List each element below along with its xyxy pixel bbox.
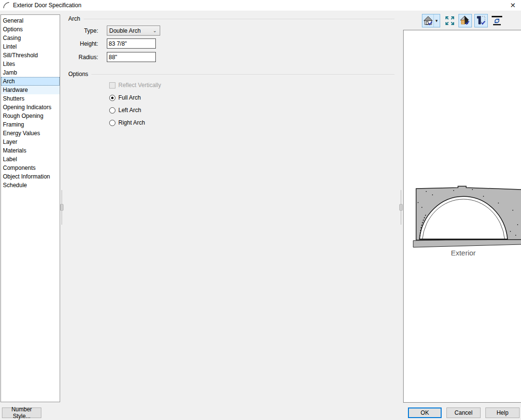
reflect-vertically-label: Reflect Vertically [118, 82, 161, 89]
window-title: Exterior Door Specification [13, 2, 81, 9]
reflect-vertically-checkbox [109, 82, 115, 89]
color-house-icon [460, 15, 470, 26]
auto-update-button[interactable] [491, 15, 503, 26]
type-row: Type: Double Arch ⌄ [63, 25, 160, 36]
sidebar-item-layer[interactable]: Layer [1, 138, 60, 146]
show-casing-button[interactable] [474, 14, 488, 27]
sidebar-item-label[interactable]: Label [1, 155, 60, 164]
color-toggle-button[interactable] [458, 14, 472, 27]
number-style-button[interactable]: Number Style... [2, 407, 41, 418]
cancel-button[interactable]: Cancel [446, 407, 481, 418]
sidebar-item-jamb[interactable]: Jamb [1, 68, 60, 77]
left-arch-label: Left Arch [118, 107, 141, 114]
chevron-down-icon: ⌄ [153, 28, 157, 33]
sidebar-item-framing[interactable]: Framing [1, 120, 60, 129]
arch-group-header: Arch [68, 15, 394, 22]
sidebar-item-options[interactable]: Options [1, 25, 60, 34]
sidebar-item-casing[interactable]: Casing [1, 34, 60, 42]
height-label: Height: [63, 40, 101, 47]
radius-input[interactable] [107, 52, 156, 62]
splitter-grip[interactable] [399, 204, 403, 211]
splitter-grip[interactable] [60, 204, 64, 211]
full-arch-label: Full Arch [118, 94, 141, 101]
close-icon[interactable]: ✕ [505, 0, 521, 10]
dialog-body: General Options Casing Lintel Sill/Thres… [0, 11, 521, 420]
left-arch-radio-row[interactable]: Left Arch [109, 107, 141, 114]
category-list: General Options Casing Lintel Sill/Thres… [0, 14, 60, 402]
right-arch-radio-row[interactable]: Right Arch [109, 119, 145, 126]
app-arch-icon [2, 1, 10, 9]
reflect-vertically-checkbox-row: Reflect Vertically [109, 82, 161, 89]
view-type-dropdown-arrow-icon[interactable]: ▼ [433, 14, 439, 27]
radius-label: Radius: [63, 54, 101, 61]
preview-caption: Exterior [451, 249, 476, 257]
sidebar-splitter[interactable] [62, 190, 62, 225]
group-rule [84, 19, 394, 19]
sidebar-item-arch[interactable]: Arch [1, 77, 60, 86]
sidebar-item-sill-threshold[interactable]: Sill/Threshold [1, 51, 60, 60]
radius-row: Radius: [63, 52, 156, 62]
full-arch-radio[interactable] [109, 95, 115, 101]
options-group-label: Options [68, 71, 88, 77]
fill-window-button[interactable] [444, 14, 456, 27]
sidebar-item-lites[interactable]: Lites [1, 60, 60, 68]
right-arch-radio[interactable] [109, 120, 115, 126]
full-arch-radio-row[interactable]: Full Arch [109, 94, 141, 101]
left-arch-radio[interactable] [109, 107, 115, 114]
group-rule [91, 74, 394, 75]
view-type-button[interactable]: ▼ [422, 14, 440, 27]
preview-pane[interactable]: Exterior [403, 30, 521, 403]
right-arch-label: Right Arch [118, 119, 145, 126]
arch-type-dropdown[interactable]: Double Arch ⌄ [107, 25, 160, 36]
sidebar-item-general[interactable]: General [1, 16, 60, 25]
jamb-selection-icon [476, 15, 486, 26]
preview-splitter[interactable] [401, 190, 401, 225]
sidebar-item-schedule[interactable]: Schedule [1, 181, 60, 190]
ok-button[interactable]: OK [408, 407, 442, 418]
door-arch-preview-drawing: Exterior [404, 183, 521, 261]
sidebar-item-rough-opening[interactable]: Rough Opening [1, 112, 60, 120]
height-row: Height: [63, 38, 156, 49]
height-input[interactable] [107, 38, 156, 49]
exterior-door-specification-dialog: Exterior Door Specification ✕ General Op… [0, 0, 521, 420]
sidebar-item-materials[interactable]: Materials [1, 146, 60, 155]
arch-type-value: Double Arch [109, 27, 140, 34]
sidebar-item-lintel[interactable]: Lintel [1, 42, 60, 51]
arch-group-label: Arch [68, 15, 80, 22]
refresh-bars-icon [491, 15, 503, 26]
sidebar-item-components[interactable]: Components [1, 164, 60, 172]
sidebar-item-opening-indicators[interactable]: Opening Indicators [1, 103, 60, 112]
expand-arrows-icon [445, 15, 455, 26]
sidebar-item-shutters[interactable]: Shutters [1, 94, 60, 103]
options-group-header: Options [68, 71, 394, 77]
sidebar-item-hardware[interactable]: Hardware [1, 86, 60, 94]
type-label: Type: [63, 27, 101, 34]
sidebar-item-energy-values[interactable]: Energy Values [1, 129, 60, 138]
house-view-icon [423, 15, 433, 26]
title-bar: Exterior Door Specification ✕ [0, 0, 521, 11]
help-button[interactable]: Help [485, 407, 520, 418]
sidebar-item-object-information[interactable]: Object Information [1, 172, 60, 181]
